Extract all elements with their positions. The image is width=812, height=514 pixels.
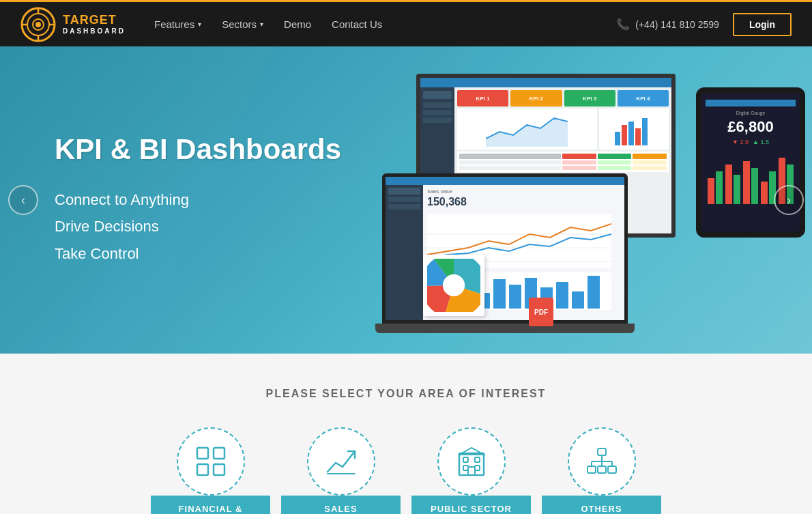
trend-icon [326, 448, 356, 475]
nav-links: Features ▾ Sectors ▾ Demo Contact Us [146, 13, 390, 35]
tablet-label-text: Digital Gauge [736, 111, 765, 115]
building-icon [458, 446, 485, 476]
interest-cards: FINANCIAL &OPERATIONS SALES [14, 427, 798, 514]
svg-rect-32 [572, 291, 584, 309]
svg-point-3 [35, 22, 41, 27]
svg-rect-64 [598, 448, 606, 455]
svg-rect-17 [642, 118, 648, 145]
features-arrow-icon: ▾ [198, 20, 201, 28]
tablet-value-text: £6,800 [727, 118, 773, 136]
svg-rect-52 [197, 448, 208, 459]
phone-icon: 📞 [616, 18, 630, 31]
grid-icon [196, 446, 226, 476]
svg-rect-27 [493, 279, 506, 309]
svg-rect-13 [615, 132, 620, 145]
phone-number: (+44) 141 810 2599 [635, 19, 719, 30]
hero-images: KPI 1 KPI 2 KPI 3 KPI 4 [382, 60, 812, 347]
interest-title: PLEASE SELECT YOUR AREA OF INTEREST [14, 388, 798, 400]
sales-label: SALES [281, 496, 401, 514]
slider-next-button[interactable]: › [774, 185, 804, 215]
svg-rect-16 [635, 128, 641, 145]
tablet-change: ▼ 2.9 ▲ 1.5 [732, 139, 769, 145]
svg-rect-65 [588, 466, 596, 473]
svg-rect-46 [743, 161, 750, 204]
laptop-base [375, 324, 635, 333]
pdf-icon: PDF [529, 298, 553, 326]
navbar-left: TARGET DASHBOARD Features ▾ Sectors ▾ De… [20, 7, 390, 42]
slider-prev-button[interactable]: ‹ [8, 185, 38, 215]
financial-icon-wrap [177, 427, 245, 496]
public-label: PUBLIC SECTOR [411, 496, 531, 514]
tablet-down-value: ▼ 2.9 [732, 139, 749, 145]
svg-rect-67 [608, 466, 616, 473]
svg-rect-60 [463, 466, 468, 470]
laptop-screen: Sales Value 150,368 [382, 173, 628, 324]
svg-rect-14 [622, 125, 627, 145]
tablet-device: Digital Gauge £6,800 ▼ 2.9 ▲ 1.5 [696, 87, 805, 238]
svg-marker-12 [486, 118, 568, 147]
svg-rect-44 [725, 165, 732, 204]
hero-line1: Connect to Anything [55, 186, 341, 214]
logo-dashboard-text: DASHBOARD [63, 27, 126, 35]
tablet-up-value: ▲ 1.5 [753, 139, 769, 145]
arrow-right-icon: › [787, 193, 791, 208]
navbar: TARGET DASHBOARD Features ▾ Sectors ▾ De… [0, 0, 812, 46]
hero-section: ‹ KPI & BI Dashboards Connect to Anythin… [0, 46, 812, 354]
logo-text: TARGET DASHBOARD [63, 14, 126, 35]
svg-rect-33 [588, 276, 600, 309]
laptop-device: Sales Value 150,368 [382, 173, 628, 333]
svg-rect-66 [598, 466, 606, 473]
svg-rect-62 [468, 467, 475, 475]
nav-sectors[interactable]: Sectors ▾ [214, 13, 272, 35]
svg-rect-59 [475, 457, 480, 462]
dash-header [420, 78, 671, 87]
card-public[interactable]: PUBLIC SECTOR [411, 427, 531, 514]
hero-line3: Take Control [55, 240, 341, 268]
svg-rect-55 [214, 464, 224, 475]
interest-section: PLEASE SELECT YOUR AREA OF INTEREST FINA… [0, 354, 812, 514]
logo-target-text: TARGET [63, 14, 126, 27]
hero-line2: Drive Decisions [55, 213, 341, 240]
hero-subtitle: Connect to Anything Drive Decisions Take… [55, 186, 341, 268]
svg-rect-48 [761, 182, 768, 204]
svg-rect-57 [459, 453, 484, 475]
public-icon-wrap [437, 427, 506, 496]
nav-demo[interactable]: Demo [276, 13, 319, 35]
card-sales[interactable]: SALES [281, 427, 401, 514]
others-icon-wrap [568, 427, 636, 496]
org-icon [586, 448, 618, 475]
svg-point-40 [443, 274, 465, 296]
sectors-arrow-icon: ▾ [260, 20, 263, 28]
financial-label: FINANCIAL &OPERATIONS [151, 496, 270, 514]
card-others[interactable]: OTHERS [542, 427, 661, 514]
svg-rect-28 [509, 285, 521, 309]
svg-rect-54 [197, 464, 208, 475]
arrow-left-icon: ‹ [21, 193, 25, 208]
navbar-right: 📞 (+44) 141 810 2599 Login [616, 13, 792, 36]
others-label: OTHERS [542, 496, 661, 514]
phone-wrap: 📞 (+44) 141 810 2599 [616, 18, 719, 31]
logo-link[interactable]: TARGET DASHBOARD [20, 7, 126, 42]
card-financial[interactable]: FINANCIAL &OPERATIONS [151, 427, 270, 514]
svg-rect-31 [556, 282, 568, 309]
nav-features[interactable]: Features ▾ [146, 13, 209, 35]
login-button[interactable]: Login [733, 13, 792, 36]
hero-title: KPI & BI Dashboards [55, 133, 341, 166]
svg-rect-53 [214, 448, 224, 459]
svg-rect-58 [463, 457, 468, 462]
sales-icon-wrap [307, 427, 375, 496]
svg-rect-61 [475, 466, 480, 470]
svg-rect-45 [734, 175, 740, 204]
svg-rect-15 [628, 122, 634, 145]
tablet-screen: Digital Gauge £6,800 ▼ 2.9 ▲ 1.5 [696, 87, 805, 238]
hero-content: KPI & BI Dashboards Connect to Anything … [0, 133, 341, 268]
nav-contact[interactable]: Contact Us [323, 13, 390, 35]
svg-rect-47 [751, 168, 758, 204]
svg-rect-42 [708, 178, 714, 204]
sales-value-display: 150,368 [427, 196, 620, 208]
svg-rect-43 [716, 171, 723, 204]
logo-icon [20, 7, 56, 42]
